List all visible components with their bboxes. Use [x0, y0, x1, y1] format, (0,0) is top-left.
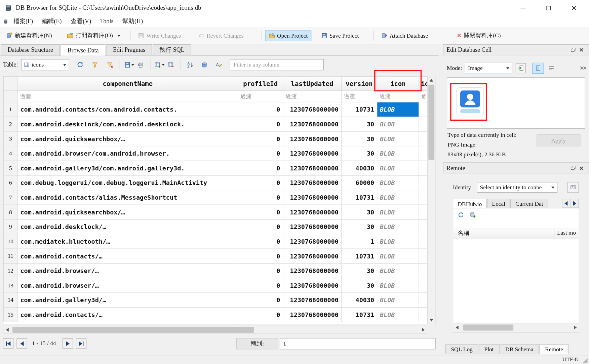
- mode-select[interactable]: Image: [465, 63, 512, 73]
- horizontal-scroll-thumb[interactable]: [12, 327, 254, 333]
- print-button[interactable]: [135, 59, 146, 71]
- cell-icon-blob[interactable]: BLOB: [377, 175, 419, 190]
- cell-profileid[interactable]: 0: [238, 131, 283, 146]
- maximize-button[interactable]: [536, 0, 561, 16]
- cell-icon-blob[interactable]: BLOB: [377, 117, 419, 131]
- tab-sql-log[interactable]: SQL Log: [445, 345, 478, 354]
- cell-version[interactable]: 30: [341, 264, 377, 278]
- cell-version[interactable]: 10731: [341, 308, 377, 322]
- cell-version[interactable]: 10731: [341, 249, 377, 264]
- menu-edit[interactable]: 編輯(E): [37, 16, 66, 27]
- scroll-right-button[interactable]: [419, 326, 427, 333]
- clone-database-button[interactable]: [469, 212, 476, 218]
- cell-lastupdated[interactable]: 1230768000000: [283, 175, 341, 190]
- cell-profileid[interactable]: 0: [238, 175, 283, 190]
- cell-componentname[interactable]: com.android.browser/…: [17, 264, 238, 278]
- cell-icon-blob[interactable]: BLOB: [377, 308, 419, 322]
- cell-lastupdated[interactable]: 1230768000000: [283, 264, 341, 278]
- tab-scroll-left-button[interactable]: [562, 199, 570, 208]
- tab-current-database[interactable]: Current Dat: [511, 199, 548, 208]
- vertical-scroll-thumb[interactable]: [428, 85, 434, 160]
- float-panel-button[interactable]: [569, 166, 578, 170]
- tab-execute-sql[interactable]: 執行 SQL: [153, 44, 191, 55]
- cell-componentname[interactable]: com.android.contacts/alias.MessageShortc…: [17, 190, 238, 205]
- open-database-dropdown-icon[interactable]: [117, 35, 120, 38]
- tab-browse-data[interactable]: Browse Data: [61, 44, 105, 56]
- cell-lastupdated[interactable]: 1230768000000: [283, 234, 341, 249]
- filter-input-overflow[interactable]: [419, 91, 427, 102]
- column-header-icon[interactable]: icon: [377, 77, 419, 91]
- cell-version[interactable]: 40030: [341, 161, 377, 175]
- scroll-up-button[interactable]: [428, 76, 435, 84]
- horizontal-scroll-thumb[interactable]: [463, 324, 513, 330]
- cell-icon-blob[interactable]: BLOB: [377, 161, 419, 175]
- tab-edit-pragmas[interactable]: Edit Pragmas: [106, 44, 152, 55]
- cell-componentname[interactable]: com.android.quicksearchbox/…: [17, 131, 238, 146]
- cell-lastupdated[interactable]: 1230768000000: [283, 190, 341, 205]
- cell-profileid[interactable]: 0: [238, 219, 283, 234]
- cell-componentname[interactable]: com.android.contacts/…: [17, 308, 238, 322]
- remote-refresh-button[interactable]: [458, 212, 464, 218]
- cell-componentname[interactable]: com.android.deskclock/…: [17, 219, 238, 234]
- grid-horizontal-scrollbar[interactable]: [3, 326, 427, 334]
- cell-version[interactable]: 30: [341, 219, 377, 234]
- cell-overflow[interactable]: [419, 102, 427, 117]
- encoding-indicator[interactable]: UTF-8: [562, 357, 578, 363]
- cell-componentname[interactable]: com.android.contacts/…: [17, 249, 238, 264]
- menu-help[interactable]: 幫助(H): [118, 16, 148, 27]
- scroll-left-button[interactable]: [453, 324, 461, 331]
- tab-database-structure[interactable]: Database Structure: [1, 44, 60, 55]
- cell-overflow[interactable]: [419, 308, 427, 322]
- filter-input-lastupdated[interactable]: [283, 91, 341, 102]
- cell-lastupdated[interactable]: 1230768000000: [283, 219, 341, 234]
- cell-overflow[interactable]: [419, 293, 427, 308]
- cell-overflow[interactable]: [419, 161, 427, 175]
- column-header-version[interactable]: version: [341, 77, 377, 91]
- insert-record-button[interactable]: [154, 59, 165, 71]
- resize-grip[interactable]: [583, 358, 587, 363]
- cell-icon-blob[interactable]: BLOB: [377, 278, 419, 293]
- toolbar-overflow-button[interactable]: >>: [580, 65, 586, 71]
- column-separator[interactable]: [554, 228, 554, 238]
- column-header-overflow[interactable]: ic: [419, 77, 427, 91]
- cell-icon-blob[interactable]: BLOB: [377, 234, 419, 249]
- cell-profileid[interactable]: 0: [238, 117, 283, 131]
- cell-overflow[interactable]: [419, 205, 427, 219]
- cell-overflow[interactable]: [419, 117, 427, 131]
- menu-file[interactable]: 檔案(F): [9, 16, 38, 27]
- cell-profileid[interactable]: 0: [238, 249, 283, 264]
- filter-button[interactable]: [89, 59, 101, 71]
- cell-version[interactable]: 30: [341, 278, 377, 293]
- filter-any-column-input[interactable]: [230, 59, 324, 71]
- cell-lastupdated[interactable]: 1230768000000: [283, 102, 341, 117]
- cell-version[interactable]: 30: [341, 117, 377, 131]
- new-database-button[interactable]: 新建資料庫(N): [2, 29, 56, 42]
- cell-componentname[interactable]: com.android.deskclock/com.android.deskcl…: [17, 117, 238, 131]
- cell-version[interactable]: 30: [341, 205, 377, 219]
- cell-lastupdated[interactable]: 1230768000000: [283, 278, 341, 293]
- previous-record-button[interactable]: [16, 338, 27, 349]
- close-panel-button[interactable]: ×: [577, 46, 586, 53]
- filter-input-version[interactable]: [342, 91, 377, 102]
- goto-record-input[interactable]: [280, 338, 435, 350]
- name-column-header[interactable]: 名稱: [458, 229, 470, 237]
- cell-icon-blob[interactable]: BLOB: [377, 131, 419, 146]
- import-identity-button[interactable]: [567, 182, 579, 192]
- cell-icon-blob[interactable]: BLOB: [377, 249, 419, 264]
- cell-profileid[interactable]: 0: [238, 264, 283, 278]
- cell-componentname[interactable]: com.debug.loggerui/com.debug.loggerui.Ma…: [17, 175, 238, 190]
- cell-lastupdated[interactable]: 1230768000000: [283, 146, 341, 161]
- scroll-left-button[interactable]: [3, 326, 11, 333]
- word-wrap-icon[interactable]: [549, 65, 555, 71]
- cell-profileid[interactable]: 0: [238, 293, 283, 308]
- cell-overflow[interactable]: [419, 190, 427, 205]
- cell-profileid[interactable]: 0: [238, 234, 283, 249]
- menu-view[interactable]: 查看(V): [66, 16, 96, 27]
- cell-profileid[interactable]: 0: [238, 146, 283, 161]
- delete-record-button[interactable]: [165, 59, 177, 71]
- cell-lastupdated[interactable]: 1230768000000: [283, 249, 341, 264]
- tab-remote[interactable]: Remote: [539, 345, 569, 354]
- cell-overflow[interactable]: [419, 175, 427, 190]
- identity-select[interactable]: Select an identity to conne: [477, 182, 557, 192]
- tab-plot[interactable]: Plot: [479, 345, 500, 354]
